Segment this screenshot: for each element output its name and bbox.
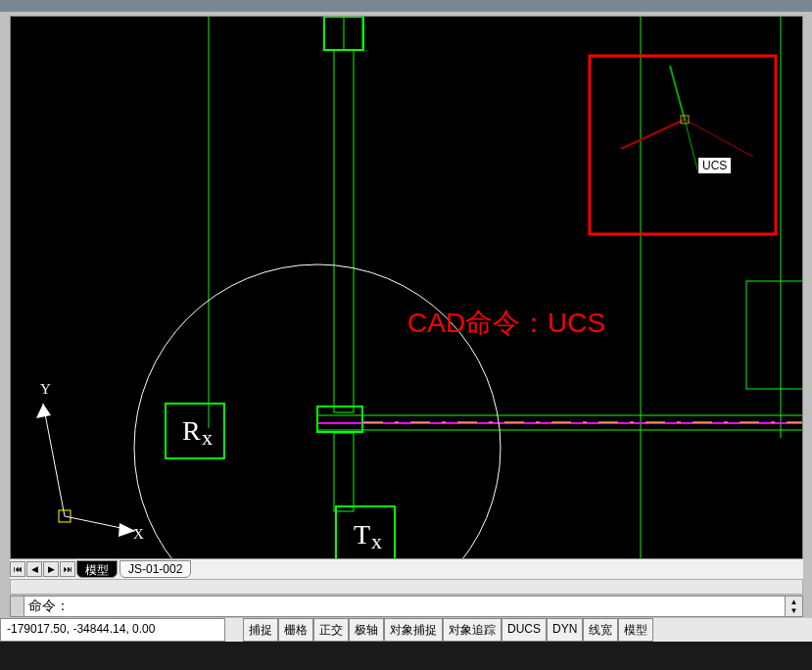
status-otrack[interactable]: 对象追踪: [443, 618, 502, 642]
status-polar[interactable]: 极轴: [349, 618, 384, 642]
annotation-overlay: CAD命令：UCS: [407, 305, 605, 342]
status-lwt[interactable]: 线宽: [583, 618, 618, 642]
status-snap[interactable]: 捕捉: [243, 618, 278, 642]
horizontal-scrollbar[interactable]: [10, 579, 803, 595]
status-osnap[interactable]: 对象捕捉: [384, 618, 443, 642]
title-bar: [0, 0, 812, 12]
tab-nav-last-icon[interactable]: ⏭: [60, 561, 75, 577]
svg-line-14: [685, 120, 753, 157]
axis-y-label: Y: [40, 381, 51, 398]
svg-rect-12: [590, 56, 776, 234]
coordinate-readout[interactable]: -179017.50, -34844.14, 0.00: [0, 618, 225, 642]
tab-nav-first-icon[interactable]: ⏮: [10, 561, 25, 577]
command-line[interactable]: 命令： ▲▼: [10, 596, 803, 617]
status-bar: -179017.50, -34844.14, 0.00 捕捉 栅格 正交 极轴 …: [0, 618, 812, 642]
command-grip-icon[interactable]: [11, 597, 24, 616]
axis-x-label: X: [133, 526, 144, 543]
tab-nav-prev-icon[interactable]: ◀: [26, 561, 42, 577]
drawing-viewport[interactable]: R x T x Y X CA: [10, 16, 803, 559]
tab-nav-next-icon[interactable]: ▶: [43, 561, 59, 577]
drawing-content: R x T x: [11, 17, 802, 558]
tab-layout-1[interactable]: JS-01-002: [119, 560, 191, 578]
svg-text:x: x: [202, 425, 213, 450]
svg-text:R: R: [182, 415, 201, 446]
status-model[interactable]: 模型: [618, 618, 653, 642]
layout-tabs-bar: ⏮ ◀ ▶ ⏭ 模型 JS-01-002: [10, 559, 803, 579]
svg-line-16: [685, 120, 698, 173]
svg-line-27: [43, 404, 65, 516]
status-dyn[interactable]: DYN: [547, 618, 583, 642]
command-prompt[interactable]: 命令：: [24, 597, 785, 616]
svg-rect-6: [334, 50, 354, 412]
tab-model[interactable]: 模型: [76, 560, 118, 578]
svg-rect-25: [317, 407, 362, 432]
svg-marker-28: [36, 404, 51, 418]
status-ducs[interactable]: DUCS: [502, 618, 547, 642]
svg-text:T: T: [354, 519, 370, 550]
svg-line-13: [621, 120, 685, 149]
svg-rect-11: [746, 281, 802, 389]
ucs-tooltip: UCS: [697, 157, 732, 174]
svg-line-15: [670, 66, 685, 120]
status-ortho[interactable]: 正交: [313, 618, 349, 642]
svg-rect-24: [334, 433, 354, 511]
svg-text:x: x: [371, 529, 382, 553]
status-grid[interactable]: 栅格: [278, 618, 313, 642]
bottom-strip: [0, 642, 812, 670]
command-history-icon[interactable]: ▲▼: [785, 597, 802, 616]
